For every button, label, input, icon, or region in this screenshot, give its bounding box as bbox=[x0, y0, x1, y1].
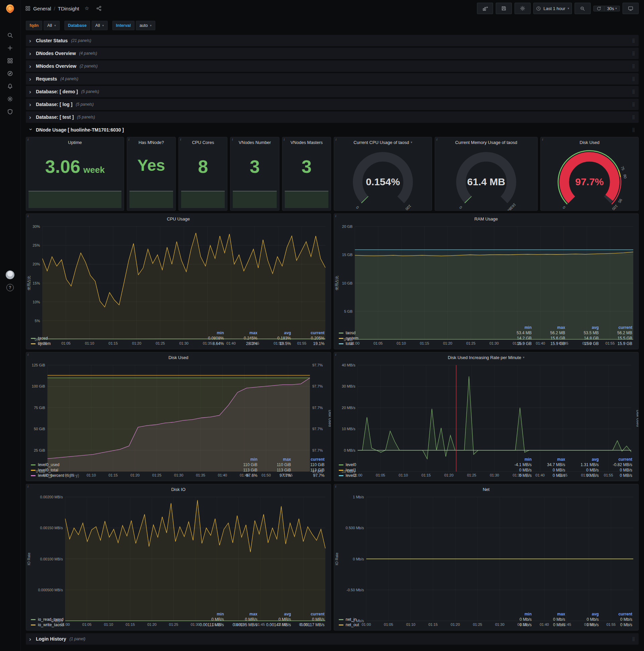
row-cluster-status[interactable]: › Cluster Status (21 panels) ⣿ bbox=[26, 35, 639, 46]
svg-text:16384: 16384 bbox=[507, 203, 517, 210]
panel-menu-caret[interactable]: ▾ bbox=[411, 141, 413, 144]
svg-text:0.500 Mb/s: 0.500 Mb/s bbox=[346, 526, 364, 530]
variable-interval-value-dropdown[interactable]: auto▾ bbox=[136, 21, 155, 30]
sidebar-dashboards-button[interactable] bbox=[0, 54, 20, 67]
svg-text:30%: 30% bbox=[33, 224, 40, 228]
svg-text:01:40: 01:40 bbox=[226, 341, 236, 345]
sidebar-help-button[interactable]: ? bbox=[0, 281, 20, 294]
panel-info-icon[interactable]: i bbox=[232, 137, 233, 141]
panel-title[interactable]: Disk Used bbox=[26, 352, 331, 363]
svg-text:20%: 20% bbox=[33, 262, 40, 266]
variable-database-label[interactable]: Database bbox=[64, 21, 91, 30]
plus-icon bbox=[7, 45, 13, 51]
star-dashboard-button[interactable]: ☆ bbox=[83, 4, 91, 13]
panel-info-icon[interactable]: i bbox=[28, 484, 29, 488]
panel-info-icon[interactable]: i bbox=[335, 137, 336, 141]
page-title[interactable]: TDinsight bbox=[58, 6, 79, 11]
panel-title[interactable]: Uptime bbox=[26, 137, 124, 147]
row-drag-handle[interactable]: ⣿ bbox=[632, 102, 635, 107]
variable-fqdn-label[interactable]: fqdn bbox=[26, 21, 42, 30]
sidebar-alerting-button[interactable] bbox=[0, 80, 20, 93]
panel-info-icon[interactable]: i bbox=[28, 214, 29, 218]
panel-info-icon[interactable]: i bbox=[335, 352, 336, 356]
chevron-down-icon: ▾ bbox=[568, 7, 569, 10]
row-drag-handle[interactable]: ⣿ bbox=[632, 38, 635, 43]
panel-title[interactable]: CPU Cores bbox=[179, 137, 227, 147]
row-mnodes-overview[interactable]: › MNodes Overview (2 panels) ⣿ bbox=[26, 60, 639, 72]
row-drag-handle[interactable]: ⣿ bbox=[632, 115, 635, 120]
panel-info-icon[interactable]: i bbox=[437, 137, 438, 141]
row-drag-handle[interactable]: ⣿ bbox=[632, 51, 635, 56]
panel-title[interactable]: Current CPU Usage of taosd▾ bbox=[334, 137, 432, 147]
panel-title[interactable]: Has MNode? bbox=[127, 137, 175, 147]
row-title: MNodes Overview bbox=[36, 63, 76, 69]
svg-text:01:05: 01:05 bbox=[384, 622, 393, 626]
panel-info-icon[interactable]: i bbox=[542, 137, 543, 141]
chevron-right-icon: › bbox=[29, 63, 33, 69]
svg-text:01:45: 01:45 bbox=[558, 473, 568, 477]
row-drag-handle[interactable]: ⣿ bbox=[632, 127, 635, 132]
panel-title[interactable]: VNodes Number bbox=[230, 137, 279, 147]
sidebar-user-button[interactable] bbox=[0, 269, 20, 281]
panel-title[interactable]: Net bbox=[334, 484, 639, 494]
svg-text:0 MB/s: 0 MB/s bbox=[344, 448, 356, 452]
grafana-logo-icon bbox=[5, 4, 15, 14]
add-panel-button[interactable] bbox=[477, 3, 493, 14]
panel-title[interactable]: RAM Usage bbox=[334, 214, 639, 224]
row-panel-count: (5 panels) bbox=[77, 115, 95, 120]
save-dashboard-button[interactable] bbox=[496, 3, 512, 14]
panel-title[interactable]: Current Memory Usage of taosd bbox=[435, 137, 537, 147]
panel-info-icon[interactable]: i bbox=[335, 214, 336, 218]
panel-title[interactable]: Disk Used Increasing Rate per Minute▾ bbox=[334, 352, 639, 363]
grafana-logo[interactable] bbox=[0, 0, 20, 18]
panel-info-icon[interactable]: i bbox=[335, 484, 336, 488]
panel-title[interactable]: VNodes Masters bbox=[282, 137, 331, 147]
panel-title[interactable]: CPU Usage bbox=[26, 214, 331, 224]
variable-fqdn-value-dropdown[interactable]: All▾ bbox=[43, 21, 59, 30]
time-range-picker[interactable]: Last 1 hour ▾ bbox=[533, 3, 572, 14]
sidebar-admin-button[interactable] bbox=[0, 105, 20, 118]
cycle-view-mode-button[interactable] bbox=[622, 3, 639, 14]
row-drag-handle[interactable]: ⣿ bbox=[632, 64, 635, 68]
sidebar-explore-button[interactable] bbox=[0, 67, 20, 80]
variable-interval-label[interactable]: Interval bbox=[112, 21, 134, 30]
row-drag-handle[interactable]: ⣿ bbox=[632, 76, 635, 81]
svg-text:25%: 25% bbox=[33, 243, 40, 247]
svg-text:01:50: 01:50 bbox=[278, 622, 287, 626]
row-drag-handle[interactable]: ⣿ bbox=[632, 89, 635, 94]
row-drag-handle[interactable]: ⣿ bbox=[632, 637, 635, 641]
variable-database-value-dropdown[interactable]: All▾ bbox=[92, 21, 107, 30]
panel-title[interactable]: Disk Used bbox=[541, 137, 638, 147]
sidebar-configuration-button[interactable] bbox=[0, 93, 20, 105]
sidebar-search-button[interactable] bbox=[0, 29, 20, 41]
panel-info-icon[interactable]: i bbox=[128, 137, 129, 141]
svg-text:0.00100 MB/s: 0.00100 MB/s bbox=[40, 557, 63, 561]
sidebar-create-button[interactable] bbox=[0, 41, 20, 54]
refresh-button[interactable] bbox=[594, 6, 604, 11]
panel-info-icon[interactable]: i bbox=[180, 137, 181, 141]
breadcrumb-folder[interactable]: General bbox=[33, 6, 51, 11]
row-requests[interactable]: › Requests (4 panels) ⣿ bbox=[26, 73, 639, 85]
panel-info-icon[interactable]: i bbox=[284, 137, 285, 141]
row-database-test[interactable]: › Database: [ test ] (5 panels) ⣿ bbox=[26, 112, 639, 123]
svg-text:10 MB/s: 10 MB/s bbox=[342, 427, 356, 431]
row-login-history[interactable]: › Login History (1 panel) ⣿ bbox=[26, 633, 639, 645]
cpu-usage-chart: 30%25%20%15%10%5%0%01:0001:0501:1001:150… bbox=[26, 224, 331, 330]
panel-info-icon[interactable]: i bbox=[28, 352, 29, 356]
panel-info-icon[interactable]: i bbox=[28, 137, 29, 141]
refresh-interval-dropdown[interactable]: 30s ▾ bbox=[604, 6, 619, 11]
dashboard-settings-button[interactable] bbox=[515, 3, 530, 14]
row-dnodes-overview[interactable]: › DNodes Overview (4 panels) ⣿ bbox=[26, 48, 639, 59]
dashboards-grid-icon bbox=[7, 58, 13, 64]
row-database-demo[interactable]: › Database: [ demo ] (5 panels) ⣿ bbox=[26, 86, 639, 97]
panel-menu-caret[interactable]: ▾ bbox=[523, 356, 524, 359]
row-database-log[interactable]: › Database: [ log ] (5 panels) ⣿ bbox=[26, 99, 639, 110]
svg-text:01:35: 01:35 bbox=[513, 341, 522, 345]
row-dnode-usage[interactable]: › DNode Usage [ huolinhe-TM1701:6030 ] ⣿ bbox=[26, 124, 639, 135]
zoom-out-button[interactable] bbox=[575, 3, 591, 14]
svg-text:20 GB: 20 GB bbox=[342, 224, 352, 228]
variable-interval: Interval auto▾ bbox=[112, 21, 155, 30]
share-dashboard-button[interactable] bbox=[95, 4, 103, 13]
panel-title[interactable]: Disk IO bbox=[26, 484, 331, 494]
svg-text:01:40: 01:40 bbox=[218, 473, 227, 477]
